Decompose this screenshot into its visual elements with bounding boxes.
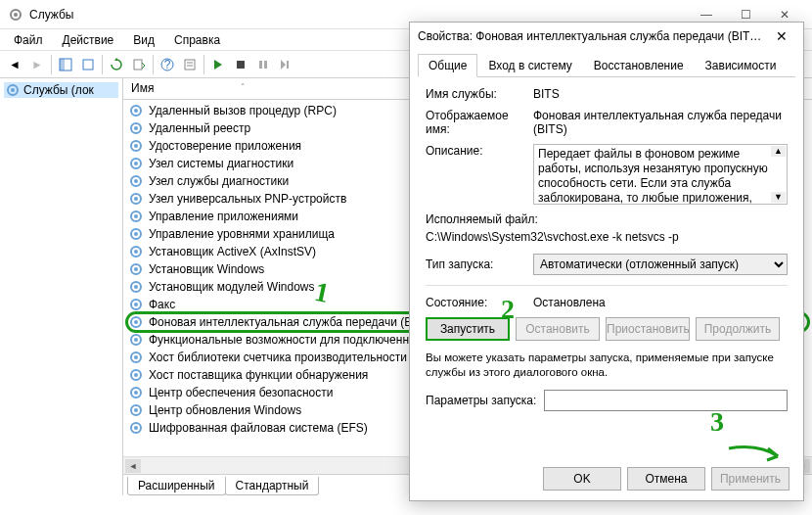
export-list-button[interactable] (128, 54, 150, 75)
service-name: Функциональные возможности для подключен… (149, 333, 428, 347)
dialog-footer: OK Отмена Применить (410, 457, 803, 500)
dialog-tabs: Общие Вход в систему Восстановление Зави… (418, 54, 795, 77)
service-name: Удаленный реестр (149, 121, 250, 135)
service-name: Факс (149, 298, 175, 311)
gear-icon (129, 280, 143, 294)
service-name: Хост библиотеки счетчика производительно… (149, 351, 407, 364)
start-params-input[interactable] (544, 390, 788, 411)
executable-label: Исполняемый файл: (426, 212, 788, 226)
dialog-titlebar: Свойства: Фоновая интеллектуальная служб… (410, 23, 803, 50)
pause-button: Приостановить (606, 317, 690, 341)
display-name-label: Отображаемое имя: (426, 109, 533, 136)
gear-icon (129, 227, 143, 241)
dialog-title: Свойства: Фоновая интеллектуальная служб… (418, 29, 768, 43)
tree-pane: Службы (лок (0, 78, 123, 495)
restart-service-button[interactable] (275, 54, 296, 75)
service-name: Фоновая интеллектуальная служба передачи… (149, 315, 434, 329)
service-name: Центр обновления Windows (149, 403, 301, 417)
service-name-label: Имя службы: (426, 87, 533, 101)
gear-icon (129, 315, 143, 329)
menu-view[interactable]: Вид (123, 31, 164, 49)
tab-dependencies[interactable]: Зависимости (695, 54, 788, 77)
gear-icon (129, 121, 143, 135)
start-button[interactable]: Запустить (426, 317, 510, 341)
scroll-left-button[interactable]: ◄ (125, 459, 141, 473)
service-name: Центр обеспечения безопасности (149, 386, 334, 399)
tree-item-label: Службы (лок (23, 83, 94, 97)
executable-value: C:\Windows\System32\svchost.exe -k netsv… (426, 230, 788, 244)
svg-text:?: ? (164, 58, 171, 71)
svg-rect-3 (60, 59, 65, 70)
startup-note: Вы можете указать параметры запуска, при… (426, 351, 788, 380)
startup-type-label: Тип запуска: (426, 258, 533, 271)
startup-type-select[interactable]: Автоматически (отложенный запуск) (533, 254, 788, 275)
start-params-label: Параметры запуска: (426, 394, 536, 407)
pause-service-button[interactable] (252, 54, 274, 75)
svg-point-50 (134, 391, 138, 395)
start-service-button[interactable] (207, 54, 229, 75)
svg-rect-4 (83, 60, 93, 70)
service-name: Хост поставщика функции обнаружения (149, 368, 368, 382)
service-name: Управление уровнями хранилища (149, 227, 335, 241)
description-label: Описание: (426, 144, 533, 205)
gear-icon (129, 174, 143, 188)
tab-extended[interactable]: Расширенный (127, 477, 226, 495)
dialog-close-button[interactable]: ✕ (768, 28, 795, 44)
forward-button[interactable]: ► (26, 54, 48, 75)
svg-point-42 (134, 320, 138, 324)
service-name: Удаленный вызов процедур (RPC) (149, 104, 337, 117)
svg-point-20 (134, 126, 138, 130)
svg-rect-8 (185, 60, 195, 70)
svg-point-1 (14, 13, 18, 17)
svg-rect-5 (134, 60, 142, 70)
apply-button: Применить (711, 467, 789, 491)
properties-dialog: Свойства: Фоновая интеллектуальная служб… (409, 22, 804, 501)
svg-point-30 (134, 214, 138, 218)
cancel-button[interactable]: Отмена (627, 467, 705, 491)
desc-scroll-up[interactable]: ▲ (771, 146, 786, 157)
show-hide-tree-button[interactable] (55, 54, 76, 75)
display-name-value: Фоновая интеллектуальная служба передачи… (533, 109, 788, 136)
gear-icon (129, 333, 143, 347)
ok-button[interactable]: OK (543, 467, 621, 491)
service-name: Установщик модулей Windows (149, 280, 314, 294)
desc-scroll-down[interactable]: ▼ (771, 192, 786, 203)
tab-standard[interactable]: Стандартный (225, 477, 320, 495)
svg-point-28 (134, 197, 138, 201)
tab-general[interactable]: Общие (418, 54, 477, 77)
stop-service-button[interactable] (230, 54, 251, 75)
gear-icon (129, 210, 143, 223)
properties-button[interactable] (179, 54, 201, 75)
service-name: Установщик Windows (149, 262, 264, 276)
svg-point-52 (134, 408, 138, 412)
export-button[interactable] (77, 54, 99, 75)
svg-point-38 (134, 285, 138, 289)
help-button[interactable]: ? (157, 54, 178, 75)
window-title: Службы (29, 8, 687, 22)
gear-icon (129, 403, 143, 417)
svg-point-24 (134, 162, 138, 165)
service-name: Удостоверение приложения (149, 139, 301, 153)
tree-item-services-local[interactable]: Службы (лок (4, 82, 118, 98)
gear-icon (129, 157, 143, 170)
menu-action[interactable]: Действие (53, 31, 124, 49)
tab-logon[interactable]: Вход в систему (477, 54, 582, 77)
status-label: Состояние: (426, 296, 533, 309)
stop-button: Остановить (516, 317, 600, 341)
gear-icon (129, 139, 143, 153)
menu-help[interactable]: Справка (164, 31, 230, 49)
svg-point-36 (134, 267, 138, 271)
svg-rect-12 (259, 61, 262, 69)
tab-recovery[interactable]: Восстановление (583, 54, 695, 77)
svg-rect-13 (264, 61, 267, 69)
service-name: Узел системы диагностики (149, 157, 293, 170)
svg-point-46 (134, 355, 138, 359)
gear-icon (129, 351, 143, 364)
svg-rect-14 (287, 61, 289, 69)
service-name: Управление приложениями (149, 210, 298, 223)
refresh-button[interactable] (106, 54, 127, 75)
menu-file[interactable]: Файл (4, 31, 53, 49)
back-button[interactable]: ◄ (4, 54, 25, 75)
service-control-buttons: Запустить Остановить Приостановить Продо… (426, 317, 788, 341)
dialog-body: Имя службы: BITS Отображаемое имя: Фонов… (410, 77, 803, 457)
